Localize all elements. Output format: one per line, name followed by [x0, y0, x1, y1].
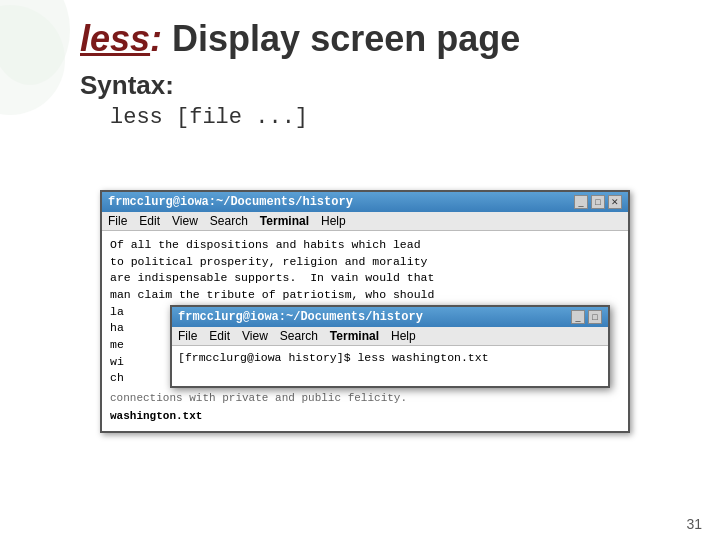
menu-view[interactable]: View: [172, 214, 198, 228]
terminal-inner-window: frmcclurg@iowa:~/Documents/history _ □ F…: [170, 305, 610, 388]
inner-menu-help[interactable]: Help: [391, 329, 416, 343]
menu-help[interactable]: Help: [321, 214, 346, 228]
inner-menu-view[interactable]: View: [242, 329, 268, 343]
menu-file[interactable]: File: [108, 214, 127, 228]
menu-edit[interactable]: Edit: [139, 214, 160, 228]
slide-title: less: Display screen page: [80, 18, 700, 60]
syntax-code: less [file ...]: [110, 105, 700, 130]
terminal-inner-command: [frmcclurg@iowa history]$ less washingto…: [178, 351, 489, 364]
menu-search[interactable]: Search: [210, 214, 248, 228]
close-button[interactable]: ✕: [608, 195, 622, 209]
terminal-outer-title-text: frmcclurg@iowa:~/Documents/history: [108, 195, 353, 209]
terminal-inner-body: [frmcclurg@iowa history]$ less washingto…: [172, 346, 608, 386]
menu-terminal[interactable]: Terminal: [260, 214, 309, 228]
inner-minimize-button[interactable]: _: [571, 310, 585, 324]
inner-menu-file[interactable]: File: [178, 329, 197, 343]
inner-menu-terminal[interactable]: Terminal: [330, 329, 379, 343]
syntax-label: Syntax:: [80, 70, 700, 101]
terminal-filename: washington.txt: [110, 409, 620, 425]
terminal-inner-titlebar: frmcclurg@iowa:~/Documents/history _ □: [172, 307, 608, 327]
inner-menu-search[interactable]: Search: [280, 329, 318, 343]
bg-decoration: [0, 0, 80, 120]
slide-content: less: Display screen page Syntax: less […: [80, 18, 700, 144]
title-keyword: less: [80, 18, 150, 59]
terminal-inner-title-text: frmcclurg@iowa:~/Documents/history: [178, 310, 423, 324]
inner-menu-edit[interactable]: Edit: [209, 329, 230, 343]
terminal-inner-menubar: File Edit View Search Terminal Help: [172, 327, 608, 346]
inner-maximize-button[interactable]: □: [588, 310, 602, 324]
terminal-outer-titlebar: frmcclurg@iowa:~/Documents/history _ □ ✕: [102, 192, 628, 212]
title-description: Display screen page: [172, 18, 520, 59]
slide-number: 31: [686, 516, 702, 532]
minimize-button[interactable]: _: [574, 195, 588, 209]
terminal-outer-menubar: File Edit View Search Terminal Help: [102, 212, 628, 231]
terminal-outer-buttons: _ □ ✕: [574, 195, 622, 209]
maximize-button[interactable]: □: [591, 195, 605, 209]
terminal-inner-buttons: _ □: [571, 310, 602, 324]
terminal-outer-faded-text: connections with private and public feli…: [110, 391, 620, 407]
